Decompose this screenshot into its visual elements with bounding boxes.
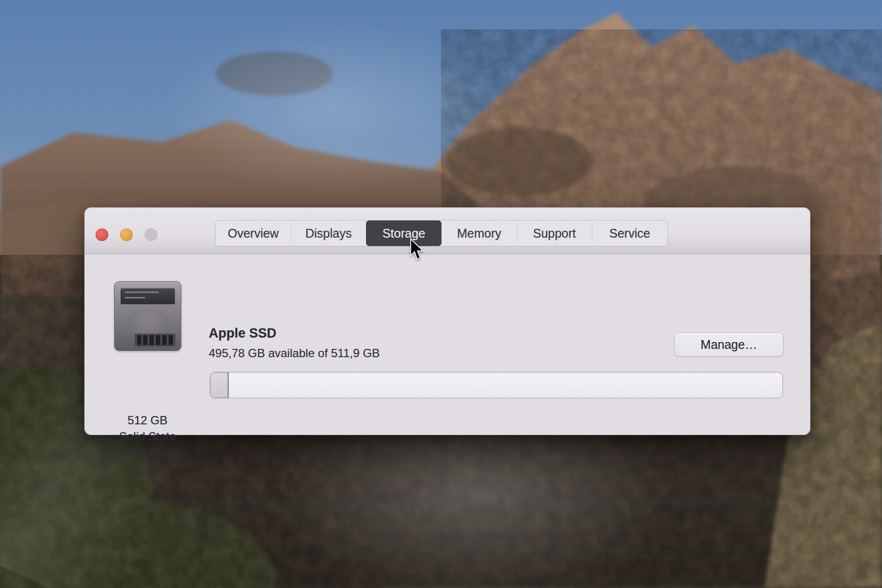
tab-overview[interactable]: Overview — [216, 220, 291, 246]
tab-bar: Overview Displays Storage Memory Support… — [215, 220, 668, 246]
storage-bar-used-segment — [210, 372, 229, 398]
tab-storage[interactable]: Storage — [366, 220, 441, 246]
disk-caption: 512 GB Solid State SATA Drive — [91, 412, 204, 461]
tab-support[interactable]: Support — [517, 220, 592, 246]
tab-displays[interactable]: Displays — [291, 220, 367, 246]
storage-usage-bar — [210, 372, 783, 398]
tab-memory[interactable]: Memory — [441, 220, 517, 246]
disk-size-label: 512 GB — [91, 412, 204, 428]
minimize-button[interactable] — [120, 228, 133, 241]
storage-pane: 512 GB Solid State SATA Drive Apple SSD … — [85, 254, 810, 435]
close-button[interactable] — [96, 228, 108, 241]
disk-bus-label: SATA Drive — [91, 444, 204, 461]
about-this-mac-window: Overview Displays Storage Memory Support… — [84, 207, 810, 435]
ssd-drive-icon — [114, 281, 181, 351]
disk-title: Apple SSD — [209, 326, 276, 341]
fullscreen-button — [145, 228, 157, 241]
disk-type-label: Solid State — [91, 428, 204, 444]
tab-service[interactable]: Service — [592, 220, 667, 246]
window-titlebar[interactable]: Overview Displays Storage Memory Support… — [85, 208, 810, 254]
photographed-screen: Overview Displays Storage Memory Support… — [0, 0, 882, 588]
availability-text: 495,78 GB available of 511,9 GB — [209, 346, 380, 360]
manage-button[interactable]: Manage… — [674, 332, 784, 357]
